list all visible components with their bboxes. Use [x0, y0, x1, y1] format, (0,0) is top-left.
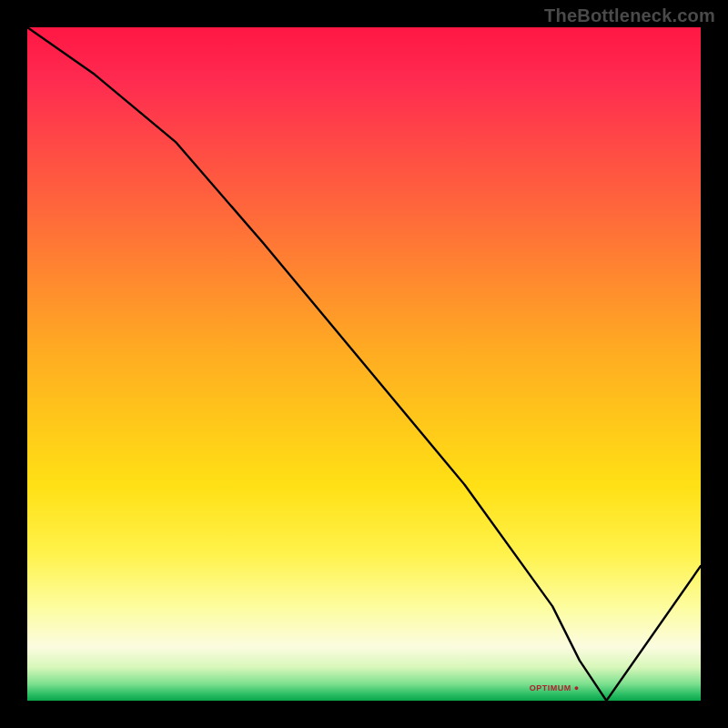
bottleneck-curve — [27, 27, 701, 701]
optimum-annotation: OPTIMUM ● — [530, 683, 580, 693]
watermark-text: TheBottleneck.com — [544, 5, 715, 26]
chart-canvas: TheBottleneck.com OPTIMUM ● — [0, 0, 728, 728]
plot-area: OPTIMUM ● — [27, 27, 701, 701]
